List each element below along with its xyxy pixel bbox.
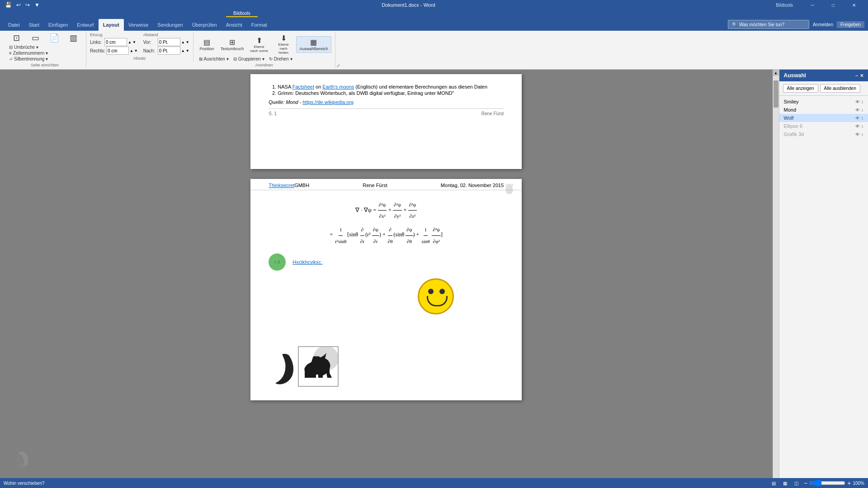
zoom-out-button[interactable]: − (804, 479, 807, 487)
hide-all-button[interactable]: Alle ausblenden (820, 84, 860, 93)
vertical-scrollbar[interactable]: ▲ ▼ (773, 70, 779, 488)
annotation-text[interactable]: Hxcikhcvjkxc. (292, 259, 322, 265)
panel-item-ellipse6[interactable]: Ellipse 6 👁 ↕ (779, 122, 868, 130)
redo-button[interactable]: ↪ (24, 1, 31, 9)
ebene-vorne-button[interactable]: ⬆ Ebene nach vorne (247, 35, 271, 54)
drehen-button[interactable]: ↻ Drehen ▾ (267, 56, 294, 62)
visibility-icon-ellipse6[interactable]: 👁 (855, 124, 860, 129)
nach-input[interactable] (158, 47, 180, 55)
save-button[interactable]: 💾 (4, 1, 13, 9)
expand-icon-wolf[interactable]: ↕ (861, 116, 863, 121)
textumbruch-button[interactable]: ⊞ Textumbruch (218, 37, 247, 52)
images-row (269, 346, 339, 387)
author-name: Rene Fürst (481, 111, 504, 116)
view-web-button[interactable]: ◫ (793, 480, 800, 487)
tab-ansicht[interactable]: Ansicht (222, 19, 247, 31)
spalten-button[interactable]: ▥ (64, 33, 82, 43)
auswahlbereich-button[interactable]: ▦ Auswahlbereich (296, 36, 331, 53)
ebene-vorne-icon: ⬆ (256, 36, 262, 45)
textumbruch-icon: ⊞ (229, 38, 235, 47)
selection-panel-collapse-button[interactable]: − (855, 73, 858, 78)
freigeben-button[interactable]: Freigeben (837, 21, 864, 28)
vor-spin-up[interactable]: ▲ (181, 40, 185, 44)
tab-format[interactable]: Format (247, 19, 272, 31)
panel-item-wolf[interactable]: Wolf 👁 ↕ (779, 114, 868, 122)
ebene-hinten-button[interactable]: ⬇ Ebene nach hinten (272, 33, 295, 56)
more-button[interactable]: ▼ (33, 1, 41, 9)
seitenraender-button[interactable]: ⊡ Seiten (7, 33, 25, 43)
tab-ueberpruefen[interactable]: Überprüfen (188, 19, 222, 31)
ribbon-row4: ⤶ Silbentrennung ▾ (7, 56, 82, 62)
anmelden-button[interactable]: Anmelden (813, 22, 833, 27)
zoom-slider[interactable] (809, 480, 845, 486)
position-button[interactable]: ▤ Position (197, 37, 217, 52)
scroll-thumb[interactable] (774, 80, 778, 108)
earths-moons-link[interactable]: Earth's moons (322, 84, 354, 89)
source-url-link[interactable]: https://de.wikipedia.org (302, 99, 354, 105)
smiley-container (418, 278, 454, 315)
maximize-button[interactable]: □ (823, 0, 844, 10)
close-button[interactable]: ✕ (844, 0, 864, 10)
visibility-icon-grafik3d[interactable]: 👁 (855, 132, 860, 137)
selection-panel-title: Auswahl (784, 72, 806, 79)
formula-block: ∇ · ∇ψ = ∂²ψ∂x² + ∂²ψ∂y² + ∂²ψ∂z² = 1r²s… (269, 199, 504, 247)
format-button[interactable]: 📄 (45, 33, 63, 43)
expand-icon-mond[interactable]: ↕ (861, 108, 863, 113)
tab-layout[interactable]: Layout (99, 19, 124, 31)
vor-spin-down[interactable]: ▼ (186, 40, 189, 44)
smiley-face (418, 278, 454, 314)
panel-item-grafik3d[interactable]: Grafik 3d 👁 ↕ (779, 130, 868, 138)
zeilennummern-icon: ≡ (9, 51, 12, 56)
bildtools-context-tab: Bildtools (226, 10, 258, 17)
tab-verweise[interactable]: Verweise (124, 19, 153, 31)
tab-einfuegen[interactable]: Einfügen (44, 19, 72, 31)
links-input[interactable] (104, 38, 127, 46)
visibility-icon-mond[interactable]: 👁 (855, 108, 860, 113)
zoom-in-button[interactable]: + (847, 479, 851, 487)
abstand-section: Abstand Vor: ▲ ▼ Nach: ▲ ▼ (143, 33, 189, 55)
wolf-image-container (298, 346, 339, 387)
nach-spin-up[interactable]: ▲ (181, 49, 185, 53)
minimize-button[interactable]: ─ (802, 0, 823, 10)
visibility-icon-wolf[interactable]: 👁 (855, 116, 860, 121)
search-box[interactable]: 🔍 Was möchten Sie tun? (728, 20, 809, 29)
links-spin-up[interactable]: ▲ (128, 40, 132, 44)
source-prefix: Quelle: Mond - (269, 99, 302, 105)
umbrueche-button[interactable]: ⊟ Umbrüche ▾ (7, 44, 40, 50)
ausrichtung-button[interactable]: ▭ (26, 33, 44, 43)
panel-item-mond[interactable]: Mond 👁 ↕ (779, 106, 868, 114)
zeilennummern-button[interactable]: ≡ Zeilennummern ▾ (7, 50, 50, 56)
document-canvas[interactable]: NASA Factsheet on Earth's moons (Englisc… (0, 70, 773, 488)
company-link[interactable]: Thinksecret (269, 183, 294, 188)
tab-sendungen[interactable]: Sendungen (153, 19, 187, 31)
rechts-spin-down[interactable]: ▼ (134, 49, 138, 53)
tab-datei[interactable]: Datei (4, 19, 24, 31)
tab-start[interactable]: Start (24, 19, 44, 31)
tab-entwurf[interactable]: Entwurf (72, 19, 98, 31)
view-normal-button[interactable]: ▤ (770, 480, 778, 487)
ribbon-expand-button[interactable]: ⤢ (336, 63, 340, 68)
auswahlbereich-label: Auswahlbereich (299, 47, 328, 51)
expand-icon-ellipse6[interactable]: ↕ (861, 124, 863, 129)
show-all-button[interactable]: Alle anzeigen (783, 84, 818, 93)
expand-icon-smiley[interactable]: ↕ (861, 99, 863, 104)
gruppieren-button[interactable]: ⊟ Gruppieren ▾ (231, 56, 266, 62)
visibility-icon-smiley[interactable]: 👁 (855, 99, 860, 104)
rechts-input-group: Rechts: ▲ ▼ (90, 47, 138, 55)
selection-panel-close-button[interactable]: ✕ (860, 73, 863, 78)
undo-button[interactable]: ↩ (15, 1, 22, 9)
rechts-spin-up[interactable]: ▲ (130, 49, 133, 53)
nach-spin-down[interactable]: ▼ (186, 49, 189, 53)
window-title: Dokument1.docx - Word (41, 2, 776, 8)
factsheet-link[interactable]: Factsheet (292, 84, 314, 89)
panel-item-smiley[interactable]: Smiley 👁 ↕ (779, 98, 868, 106)
scroll-up-button[interactable]: ▲ (773, 70, 779, 76)
ausrichten-button[interactable]: ⊞ Ausrichten ▾ (197, 56, 231, 62)
rechts-input[interactable] (106, 47, 129, 55)
source-line: Quelle: Mond - https://de.wikipedia.org (269, 99, 504, 105)
silbentrennung-button[interactable]: ⤶ Silbentrennung ▾ (7, 56, 50, 62)
view-layout-button[interactable]: ▦ (781, 480, 789, 487)
vor-input[interactable] (158, 38, 180, 46)
links-spin-down[interactable]: ▼ (132, 40, 136, 44)
expand-icon-grafik3d[interactable]: ↕ (861, 132, 863, 137)
